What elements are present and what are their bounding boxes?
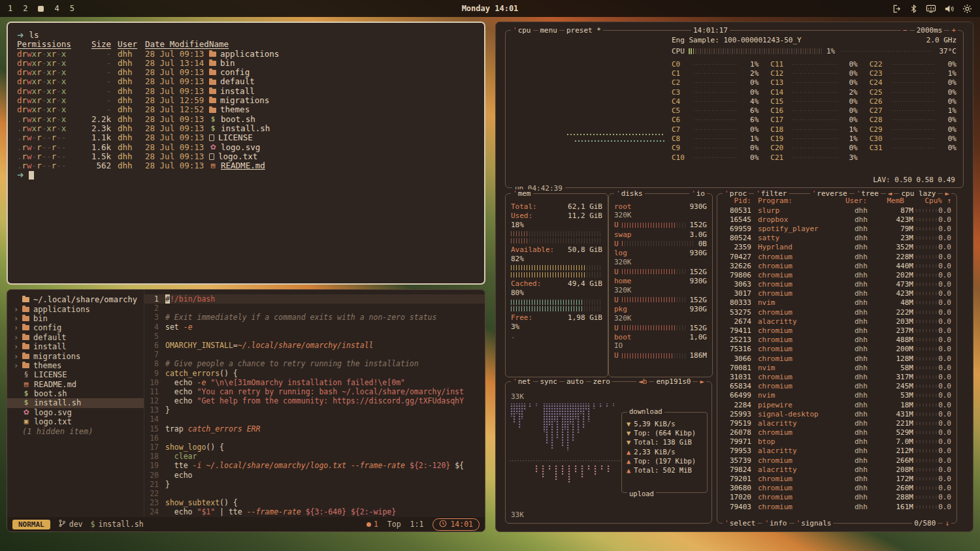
file-name: default — [209, 77, 255, 86]
process-row[interactable]: 53275chromiumdhh222M0.0 — [723, 307, 951, 317]
folder-icon — [22, 354, 29, 359]
clock[interactable]: Monday 14:01 — [462, 4, 519, 13]
process-row[interactable]: 32626chromiumdhh440M0.0 — [723, 261, 951, 270]
iface-prev-button[interactable]: ◄b — [636, 377, 649, 386]
process-row[interactable]: 79519alacrittydhh221M0.0 — [723, 418, 951, 428]
process-row[interactable]: 80333nvimdhh48M0.0 — [723, 298, 951, 307]
process-row[interactable]: 30680chromiumdhh260M0.0 — [723, 484, 951, 493]
process-row[interactable]: 3017chromiumdhh423M0.0 — [723, 289, 951, 298]
process-row[interactable]: 80524sattydhh23M0.0 — [723, 234, 951, 243]
terminal-prompt[interactable]: ➜ — [17, 170, 475, 180]
signals-button[interactable]: signals — [794, 519, 834, 527]
volume-icon[interactable] — [944, 4, 955, 14]
process-row[interactable]: 66499nvimdhh53M0.0 — [723, 391, 951, 400]
disks-panel-title[interactable]: disks — [614, 189, 645, 198]
download-arrow-icon: ▼ — [627, 420, 630, 428]
tree-item-default[interactable]: ›default — [7, 333, 144, 342]
process-row[interactable]: 79806chromiumdhh202M0.0 — [723, 270, 951, 279]
tree-item-bin[interactable]: ›bin — [7, 314, 144, 323]
sort-next-button[interactable]: ► — [943, 189, 951, 198]
process-row[interactable]: 25213chromiumdhh488M0.0 — [723, 336, 951, 345]
line-number: 4 — [144, 323, 165, 332]
tree-item-config[interactable]: ›config — [7, 323, 144, 332]
process-row[interactable]: 65834chromiumdhh245M0.0 — [723, 382, 951, 391]
net-auto-button[interactable]: auto — [564, 377, 586, 386]
settings-gear-icon[interactable] — [962, 4, 972, 14]
interval-increase-button[interactable]: + — [949, 26, 958, 35]
process-row[interactable]: 75316chromiumdhh200M0.0 — [723, 345, 951, 354]
editor-window[interactable]: ~/.local/share/omarchy›applications›bin›… — [7, 289, 485, 532]
iface-next-button[interactable]: ► — [698, 377, 706, 386]
process-row[interactable]: 79953alacrittydhh212M0.0 — [723, 447, 951, 456]
workspace-2[interactable]: 2 — [23, 5, 27, 12]
process-row[interactable]: 79403chromiumdhh161M0.0 — [723, 502, 951, 511]
workspace-5[interactable]: 5 — [70, 5, 74, 12]
bluetooth-icon[interactable] — [909, 4, 918, 14]
process-row[interactable]: 79824alacrittydhh208M0.0 — [723, 465, 951, 474]
process-row[interactable]: 35739chromiumdhh266M0.0 — [723, 456, 951, 465]
io-mode-button[interactable]: io — [689, 189, 707, 198]
process-row[interactable]: 31031chromiumdhh317M0.0 — [723, 372, 951, 381]
process-row[interactable]: 26078chromiumdhh529M0.0 — [723, 428, 951, 437]
info-button[interactable]: info — [762, 519, 789, 527]
tree-item--.local-share-omarchy[interactable]: ~/.local/share/omarchy — [7, 295, 144, 304]
tree-item-install[interactable]: ›install — [7, 342, 144, 351]
process-row[interactable]: 2284pipewiredhh18M0.0 — [723, 400, 951, 409]
memory-panel-title[interactable]: mem — [511, 189, 533, 198]
filter-button[interactable]: filter — [754, 189, 789, 198]
process-row[interactable]: 70427chromiumdhh228M0.0 — [723, 252, 951, 261]
core-percent: 0% — [941, 97, 956, 106]
tree-item-applications[interactable]: ›applications — [7, 304, 144, 313]
tree-item-boot.sh[interactable]: $boot.sh — [7, 389, 144, 398]
process-user: dhh — [855, 206, 885, 215]
scroll-down-icon[interactable]: ↓ — [943, 519, 951, 527]
process-row[interactable]: 79971btopdhh7.0M0.0 — [723, 437, 951, 447]
display-icon[interactable] — [926, 4, 936, 14]
tree-item-install.sh[interactable]: $install.sh — [7, 398, 144, 407]
workspace-3-active[interactable] — [38, 6, 44, 12]
net-zero-button[interactable]: zero — [591, 377, 613, 386]
process-pid: 26078 — [723, 428, 751, 437]
menu-button[interactable]: menu — [538, 26, 560, 35]
select-button[interactable]: select — [723, 519, 757, 527]
disk-used-row: U0B — [614, 239, 707, 248]
logout-icon[interactable] — [892, 4, 902, 14]
process-row[interactable]: 2359Hyprlanddhh352M0.0 — [723, 243, 951, 252]
reverse-button[interactable]: reverse — [810, 189, 849, 198]
process-row[interactable]: 79201chromiumdhh172M0.0 — [723, 474, 951, 483]
process-row[interactable]: 2674alacrittydhh203M0.0 — [723, 317, 951, 326]
tree-item-migrations[interactable]: ›migrations — [7, 351, 144, 360]
process-row[interactable]: 16545dropboxdhh423M0.0 — [723, 215, 951, 224]
process-row[interactable]: 80531slurpdhh87M0.0 — [723, 206, 951, 215]
interval-decrease-button[interactable]: − — [901, 26, 909, 35]
process-row[interactable]: 3063chromiumdhh473M0.0 — [723, 280, 951, 289]
dotted-leader — [792, 92, 837, 93]
tree-item--1-hidden-item-[interactable]: (1 hidden item) — [7, 426, 144, 435]
preset-button[interactable]: preset * — [564, 26, 603, 35]
workspace-1[interactable]: 1 — [8, 5, 12, 12]
terminal-window[interactable]: ➜ ls PermissionsSizeUserDate ModifiedNam… — [7, 22, 485, 285]
tree-item-logo.txt[interactable]: ▣logo.txt — [7, 417, 144, 426]
workspace-4[interactable]: 4 — [54, 5, 59, 12]
script-icon: $ — [209, 125, 217, 132]
process-panel-title[interactable]: proc — [723, 189, 749, 198]
cpu-panel-title[interactable]: cpu — [511, 26, 533, 35]
process-row[interactable]: 79411chromiumdhh237M0.0 — [723, 326, 951, 335]
chevron-right-icon: › — [14, 361, 18, 370]
process-row[interactable]: 70081nvimdhh58M0.0 — [723, 363, 951, 372]
mem-meter — [511, 238, 602, 244]
sort-prev-button[interactable]: ◄ — [886, 189, 894, 198]
process-row[interactable]: 17020chromiumdhh288M0.0 — [723, 493, 951, 502]
tree-item-license[interactable]: §LICENSE — [7, 370, 144, 379]
code-editor[interactable]: 1#!/bin/bash23# Exit immediately if a co… — [144, 290, 485, 517]
net-sync-button[interactable]: sync — [538, 377, 560, 386]
process-row[interactable]: 25993signal-desktopdhh431M0.0 — [723, 409, 951, 418]
process-row[interactable]: 69959spotify_playerdhh79M0.0 — [723, 224, 951, 233]
tree-item-readme.md[interactable]: ▤README.md — [7, 380, 144, 389]
network-panel-title[interactable]: net — [511, 377, 533, 386]
tree-item-themes[interactable]: ›themes — [7, 361, 144, 370]
btop-window[interactable]: cpu menu preset * 14:01:17 − 2000ms + En… — [495, 22, 973, 532]
tree-item-logo.svg[interactable]: ✿logo.svg — [7, 408, 144, 417]
tree-button[interactable]: tree — [855, 189, 881, 198]
process-row[interactable]: 3066chromiumdhh128M0.0 — [723, 354, 951, 363]
